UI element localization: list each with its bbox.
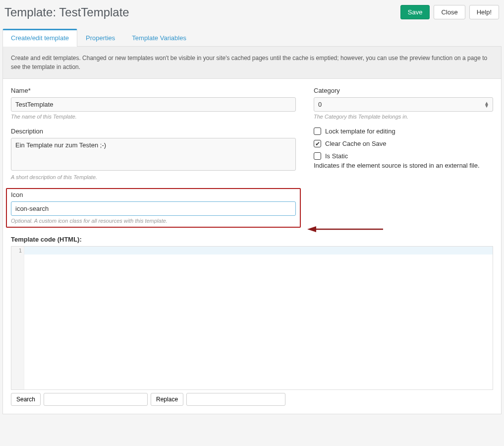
is-static-help: Indicates if the element source is store…	[314, 162, 493, 169]
category-field-group: Category 0 ▲▼ The Category this Template…	[314, 87, 493, 120]
description-input[interactable]: Ein Template nur zum Testen ;-)	[11, 138, 296, 171]
code-section: Template code (HTML): 1 Search Replace	[3, 236, 501, 414]
line-number: 1	[11, 248, 22, 254]
code-gutter: 1	[11, 247, 24, 389]
lock-template-label: Lock template for editing	[325, 127, 395, 135]
search-input[interactable]	[44, 393, 148, 406]
description-label: Description	[11, 127, 296, 135]
tab-properties[interactable]: Properties	[77, 29, 123, 47]
category-select[interactable]: 0	[314, 97, 493, 112]
checkbox-icon	[314, 152, 321, 160]
close-button[interactable]: Close	[434, 5, 465, 19]
name-help: The name of this Template.	[11, 114, 296, 120]
category-help: The Category this Template belongs in.	[314, 114, 493, 120]
category-label: Category	[314, 87, 493, 94]
code-area[interactable]	[24, 247, 493, 389]
description-field-group: Description Ein Template nur zum Testen …	[11, 127, 296, 180]
is-static-checkbox[interactable]: Is Static	[314, 152, 493, 160]
annotation-highlight: Icon Optional. A custom icon class for a…	[6, 188, 301, 228]
name-field-group: Name* The name of this Template.	[11, 87, 296, 120]
checkbox-checked-icon: ✔	[314, 140, 321, 147]
icon-label: Icon	[11, 191, 296, 198]
checkbox-icon	[314, 127, 321, 135]
code-editor[interactable]: 1	[11, 246, 493, 390]
description-help: A short description of this Template.	[11, 174, 296, 180]
header-buttons: Save Close Help!	[400, 5, 502, 19]
name-label: Name*	[11, 87, 296, 94]
replace-input[interactable]	[186, 393, 285, 406]
tab-content: Create and edit templates. Changed or ne…	[2, 47, 502, 414]
clear-cache-checkbox[interactable]: ✔ Clear Cache on Save	[314, 140, 493, 147]
tab-template-variables[interactable]: Template Variables	[123, 29, 195, 47]
code-label: Template code (HTML):	[11, 236, 493, 243]
name-input[interactable]	[11, 97, 296, 112]
replace-button[interactable]: Replace	[151, 393, 183, 406]
icon-input[interactable]	[11, 201, 296, 216]
tab-bar: Create/edit template Properties Template…	[2, 28, 502, 47]
page-title: Template: TestTemplate	[4, 5, 129, 19]
clear-cache-label: Clear Cache on Save	[325, 140, 387, 147]
help-button[interactable]: Help!	[469, 5, 499, 19]
icon-help: Optional. A custom icon class for all re…	[11, 218, 296, 224]
intro-text: Create and edit templates. Changed or ne…	[3, 47, 501, 79]
lock-template-checkbox[interactable]: Lock template for editing	[314, 127, 493, 135]
search-button[interactable]: Search	[11, 393, 41, 406]
tab-create-edit[interactable]: Create/edit template	[2, 29, 77, 47]
save-button[interactable]: Save	[400, 5, 430, 19]
search-replace-bar: Search Replace	[11, 393, 493, 406]
icon-field-group: Icon Optional. A custom icon class for a…	[11, 191, 296, 224]
is-static-label: Is Static	[325, 152, 348, 160]
